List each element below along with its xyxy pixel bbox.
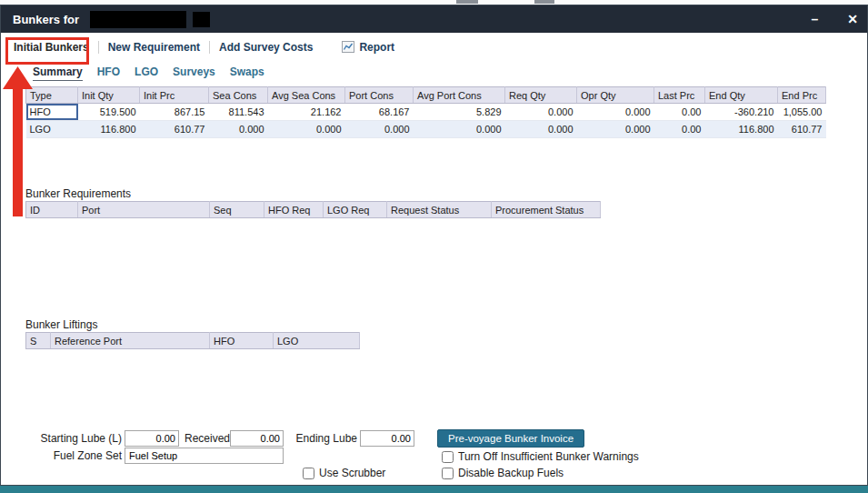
column-header: Sea Cons: [209, 87, 268, 104]
background-text-fragment: [456, 0, 478, 4]
turn-off-warnings-checkbox[interactable]: Turn Off Insufficient Bunker Warnings: [442, 450, 639, 463]
grid-cell[interactable]: 68.167: [345, 104, 414, 121]
column-header: Reference Port: [51, 333, 210, 349]
pre-voyage-bunker-invoice-button[interactable]: Pre-voyage Bunker Invoice: [437, 429, 584, 448]
grid-cell[interactable]: 1,055.00: [778, 104, 826, 121]
grid-cell[interactable]: 0.000: [345, 121, 414, 138]
column-header: End Qty: [705, 87, 778, 104]
bunker-requirements-label: Bunker Requirements: [25, 187, 131, 200]
column-header: S: [26, 333, 51, 349]
add-survey-costs-button[interactable]: Add Survey Costs: [219, 41, 313, 54]
tab-surveys[interactable]: Surveys: [173, 65, 215, 81]
use-scrubber-checkbox[interactable]: Use Scrubber: [303, 467, 385, 479]
liftings-header-row: S Reference Port HFO LGO: [26, 333, 360, 349]
grid-cell[interactable]: 0.000: [505, 104, 577, 121]
window-controls: – ✕: [811, 5, 858, 33]
grid-cell[interactable]: 0.000: [505, 121, 577, 138]
requirements-header-row: ID Port Seq HFO Req LGO Req Request Stat…: [26, 202, 601, 218]
redacted-voyage-number: [193, 12, 210, 27]
summary-row-lgo: LGO 116.800 610.77 0.000 0.000 0.000 0.0…: [26, 121, 826, 138]
column-header: Seq: [210, 202, 264, 218]
grid-cell[interactable]: 0.000: [577, 104, 654, 121]
grid-cell[interactable]: 0.00: [654, 104, 705, 121]
summary-row-hfo: HFO 519.500 867.15 811.543 21.162 68.167…: [26, 104, 826, 121]
use-scrubber-checkbox-input[interactable]: [303, 468, 314, 479]
ending-lube-label: Ending Lube: [283, 430, 357, 447]
ending-lube-input[interactable]: [360, 430, 414, 447]
grid-cell-fuel-type[interactable]: LGO: [26, 121, 78, 138]
requirements-grid-empty-body[interactable]: [25, 218, 600, 306]
dialog-titlebar: Bunkers for – ✕: [1, 5, 867, 33]
bunker-requirements-grid: ID Port Seq HFO Req LGO Req Request Stat…: [25, 201, 601, 218]
column-header: Avg Port Cons: [414, 87, 505, 104]
redacted-vessel-name: [90, 11, 186, 28]
fuel-zone-set-combo[interactable]: [125, 448, 284, 464]
grid-cell[interactable]: 610.77: [778, 121, 826, 138]
column-header: HFO: [210, 333, 274, 349]
screen: Bunkers for – ✕ Initial Bunkers New Requ…: [0, 0, 868, 493]
toolbar-separator: [209, 41, 210, 54]
grid-cell-fuel-type[interactable]: HFO: [26, 104, 78, 121]
column-header: Last Prc: [654, 87, 705, 104]
column-header: Avg Sea Cons: [268, 87, 345, 104]
toolbar-separator: [98, 41, 99, 54]
grid-cell[interactable]: 610.77: [140, 121, 209, 138]
minimize-icon[interactable]: –: [811, 13, 818, 25]
background-text-fragment: [534, 0, 554, 4]
tab-hfo[interactable]: HFO: [97, 65, 120, 81]
liftings-grid-empty-body[interactable]: [25, 349, 359, 413]
column-header: Init Qty: [78, 87, 140, 104]
grid-cell[interactable]: 5.829: [414, 104, 505, 121]
column-header: End Prc: [778, 87, 826, 104]
starting-lube-label: Starting Lube (L): [28, 430, 122, 447]
column-header: Procurement Status: [492, 202, 601, 218]
turn-off-warnings-checkbox-label: Turn Off Insufficient Bunker Warnings: [458, 450, 639, 463]
grid-cell[interactable]: 811.543: [209, 104, 268, 121]
column-header: HFO Req: [264, 202, 324, 218]
use-scrubber-checkbox-label: Use Scrubber: [319, 467, 385, 479]
tab-bar: Summary HFO LGO Surveys Swaps: [33, 65, 264, 81]
column-header: Req Qty: [505, 87, 577, 104]
background-app-bottom-bar: [0, 486, 868, 493]
tab-lgo[interactable]: LGO: [135, 65, 158, 81]
column-header: Request Status: [387, 202, 492, 218]
report-button[interactable]: Report: [342, 41, 394, 54]
tab-swaps[interactable]: Swaps: [230, 65, 264, 81]
received-label: Received: [185, 430, 228, 447]
fuel-zone-set-label: Fuel Zone Set: [28, 448, 122, 464]
bunker-liftings-label: Bunker Liftings: [25, 318, 97, 331]
grid-cell[interactable]: 519.500: [78, 104, 140, 121]
grid-cell[interactable]: 116.800: [78, 121, 140, 138]
grid-cell[interactable]: 21.162: [268, 104, 345, 121]
summary-header-row: Type Init Qty Init Prc Sea Cons Avg Sea …: [26, 87, 826, 104]
new-requirement-button[interactable]: New Requirement: [108, 41, 200, 54]
column-header: LGO: [274, 333, 360, 349]
report-button-label: Report: [359, 41, 394, 54]
bunkers-dialog: Bunkers for – ✕ Initial Bunkers New Requ…: [0, 5, 868, 486]
bunker-liftings-grid: S Reference Port HFO LGO: [25, 332, 360, 349]
dialog-title: Bunkers for: [13, 13, 79, 26]
column-header: Port Cons: [345, 87, 414, 104]
grid-cell[interactable]: 0.000: [414, 121, 505, 138]
turn-off-warnings-checkbox-input[interactable]: [442, 451, 454, 463]
disable-backup-fuels-checkbox-label: Disable Backup Fuels: [458, 467, 564, 479]
starting-lube-input[interactable]: [125, 430, 179, 447]
column-header: LGO Req: [324, 202, 387, 218]
grid-cell[interactable]: 116.800: [705, 121, 778, 138]
column-header: Init Prc: [140, 87, 209, 104]
disable-backup-fuels-checkbox[interactable]: Disable Backup Fuels: [442, 467, 564, 479]
grid-cell[interactable]: 867.15: [140, 104, 209, 121]
close-icon[interactable]: ✕: [847, 13, 858, 25]
initial-bunkers-button[interactable]: Initial Bunkers: [14, 41, 89, 54]
grid-cell[interactable]: 0.000: [209, 121, 268, 138]
report-chart-icon: [342, 41, 354, 53]
column-header: Opr Qty: [577, 87, 654, 104]
disable-backup-fuels-checkbox-input[interactable]: [442, 468, 454, 479]
grid-cell[interactable]: 0.000: [268, 121, 345, 138]
grid-cell[interactable]: 0.00: [654, 121, 705, 138]
tab-summary[interactable]: Summary: [33, 65, 83, 81]
column-header: ID: [26, 202, 78, 218]
received-input[interactable]: [230, 430, 284, 447]
grid-cell[interactable]: -360.210: [705, 104, 778, 121]
grid-cell[interactable]: 0.000: [577, 121, 654, 138]
